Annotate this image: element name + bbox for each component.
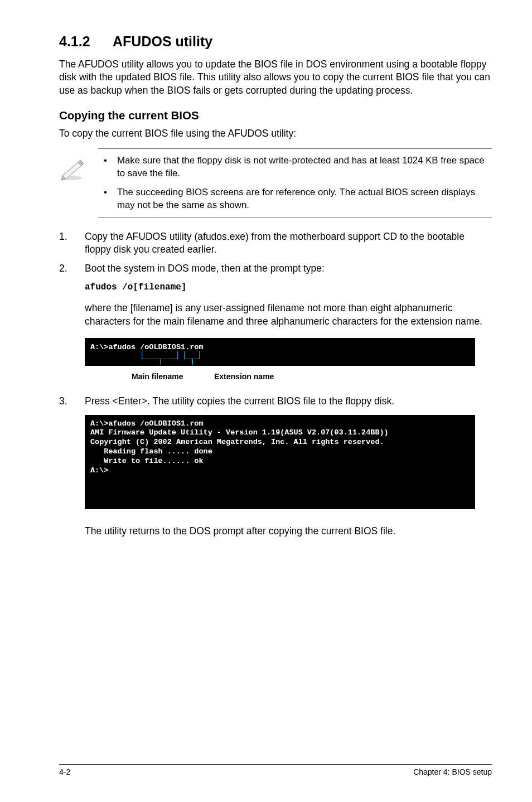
page-footer: 4-2 Chapter 4: BIOS setup <box>59 764 492 777</box>
step-text: Boot the system in DOS mode, then at the… <box>85 263 325 274</box>
step-item: 1.Copy the AFUDOS utility (afudos.exe) f… <box>59 230 492 257</box>
step-number: 1. <box>59 230 67 244</box>
note-text: Make sure that the floppy disk is not wr… <box>117 155 485 178</box>
closing-text: The utility returns to the DOS prompt af… <box>85 525 492 538</box>
page-number: 4-2 <box>59 767 70 777</box>
terminal-output: A:\>afudos /oOLDBIOS1.rom AMI Firmware U… <box>85 415 475 509</box>
terminal-figure: A:\>afudos /oOLDBIOS1.rom <box>85 338 475 366</box>
section-title: AFUDOS utility <box>113 33 212 49</box>
bracket-ext <box>184 351 200 359</box>
note-item: •The succeeding BIOS screens are for ref… <box>98 186 492 211</box>
step-item: 3.Press <Enter>. The utility copies the … <box>59 395 492 408</box>
caption-row: Main filename Extension name <box>85 369 475 384</box>
step-item: 2.Boot the system in DOS mode, then at t… <box>59 262 492 276</box>
step-text: Copy the AFUDOS utility (afudos.exe) fro… <box>85 231 465 255</box>
bullet-icon: • <box>104 186 107 199</box>
intro-text: The AFUDOS utility allows you to update … <box>59 58 492 98</box>
step-number: 3. <box>59 395 67 408</box>
section-number: 4.1.2 <box>59 32 113 51</box>
subline: To copy the current BIOS file using the … <box>59 127 492 141</box>
bullet-icon: • <box>104 154 107 167</box>
bracket-main <box>142 351 178 359</box>
note-box: •Make sure that the floppy disk is not w… <box>98 148 492 218</box>
pencil-icon <box>59 159 87 181</box>
note-text: The succeeding BIOS screens are for refe… <box>117 187 475 210</box>
caption-main: Main filename <box>132 371 183 382</box>
step-explain: where the [filename] is any user-assigne… <box>85 302 492 328</box>
step-text: Press <Enter>. The utility copies the cu… <box>85 395 394 407</box>
section-heading: 4.1.2AFUDOS utility <box>59 32 492 51</box>
note-item: •Make sure that the floppy disk is not w… <box>98 154 492 180</box>
step-number: 2. <box>59 262 67 276</box>
command-line: afudos /o[filename] <box>85 282 492 294</box>
caption-ext: Extension name <box>214 371 274 382</box>
subheading: Copying the current BIOS <box>59 108 492 123</box>
chapter-label: Chapter 4: BIOS setup <box>413 767 492 777</box>
